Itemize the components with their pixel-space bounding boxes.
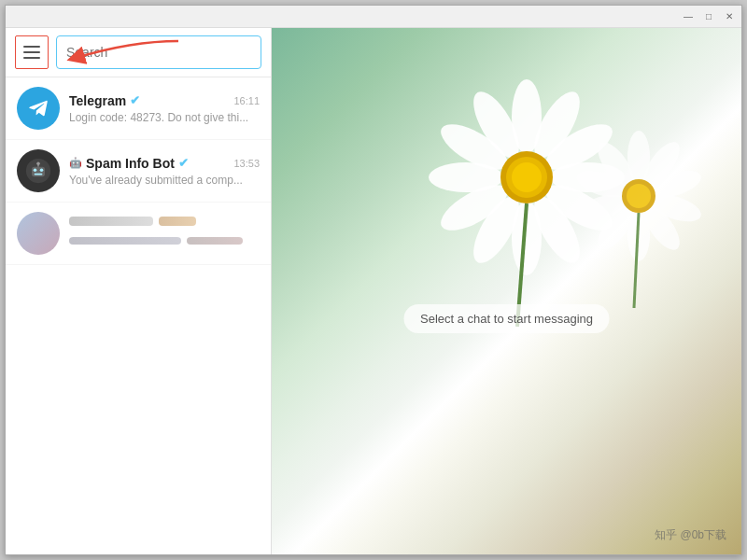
- app-body: Telegram ✔ 16:11 Login code: 48273. Do n…: [6, 28, 741, 554]
- sidebar-header: [6, 28, 271, 77]
- svg-rect-1: [32, 167, 45, 177]
- close-button[interactable]: ✕: [723, 10, 736, 23]
- chat-content-telegram: Telegram ✔ 16:11 Login code: 48273. Do n…: [69, 93, 260, 124]
- sidebar: Telegram ✔ 16:11 Login code: 48273. Do n…: [6, 28, 272, 554]
- svg-point-34: [627, 184, 651, 208]
- svg-rect-4: [35, 174, 43, 175]
- chat-name-row-spam: 🤖 Spam Info Bot ✔ 13:53: [69, 156, 260, 171]
- background-image: Select a chat to start messaging 知乎 @0b下…: [272, 28, 741, 554]
- chat-name-row: Telegram ✔ 16:11: [69, 93, 260, 108]
- hamburger-line-1: [23, 46, 40, 48]
- chat-item-blurred[interactable]: [6, 203, 271, 265]
- select-chat-message: Select a chat to start messaging: [403, 304, 610, 333]
- hamburger-line-3: [23, 57, 40, 59]
- daisy-flower-secondary: [564, 121, 713, 312]
- hamburger-button[interactable]: [15, 35, 49, 69]
- verified-icon-spam: ✔: [178, 156, 189, 170]
- chat-list: Telegram ✔ 16:11 Login code: 48273. Do n…: [6, 77, 271, 554]
- minimize-button[interactable]: —: [682, 10, 695, 23]
- window-frame: — □ ✕: [5, 5, 742, 555]
- title-bar-controls: — □ ✕: [682, 10, 736, 23]
- chat-time-telegram: 16:11: [233, 95, 260, 106]
- title-bar: — □ ✕: [6, 6, 741, 28]
- chat-time-spam: 13:53: [233, 158, 260, 169]
- chat-content-spam-bot: 🤖 Spam Info Bot ✔ 13:53 You've already s…: [69, 156, 260, 187]
- avatar-spam-bot: [17, 149, 60, 192]
- avatar-blurred: [17, 212, 60, 255]
- chat-name-telegram: Telegram ✔: [69, 93, 140, 108]
- chat-item-telegram[interactable]: Telegram ✔ 16:11 Login code: 48273. Do n…: [6, 77, 271, 140]
- verified-icon-telegram: ✔: [130, 93, 140, 107]
- maximize-button[interactable]: □: [702, 10, 715, 23]
- chat-preview-spam: You've already submitted a comp...: [69, 174, 260, 187]
- blurred-chat-content: [69, 217, 260, 250]
- avatar-telegram: [17, 87, 60, 130]
- watermark: 知乎 @0b下载: [655, 527, 726, 543]
- svg-point-2: [34, 168, 37, 172]
- bot-icon: 🤖: [69, 157, 82, 169]
- chat-preview-telegram: Login code: 48273. Do not give thi...: [69, 111, 260, 124]
- svg-point-21: [512, 162, 542, 192]
- chat-item-spam-bot[interactable]: 🤖 Spam Info Bot ✔ 13:53 You've already s…: [6, 140, 271, 203]
- svg-point-6: [36, 161, 40, 165]
- hamburger-line-2: [23, 51, 40, 53]
- chat-name-spam-bot: 🤖 Spam Info Bot ✔: [69, 156, 189, 171]
- search-input[interactable]: [56, 35, 261, 69]
- svg-point-3: [40, 168, 44, 172]
- main-panel: Select a chat to start messaging 知乎 @0b下…: [272, 28, 741, 554]
